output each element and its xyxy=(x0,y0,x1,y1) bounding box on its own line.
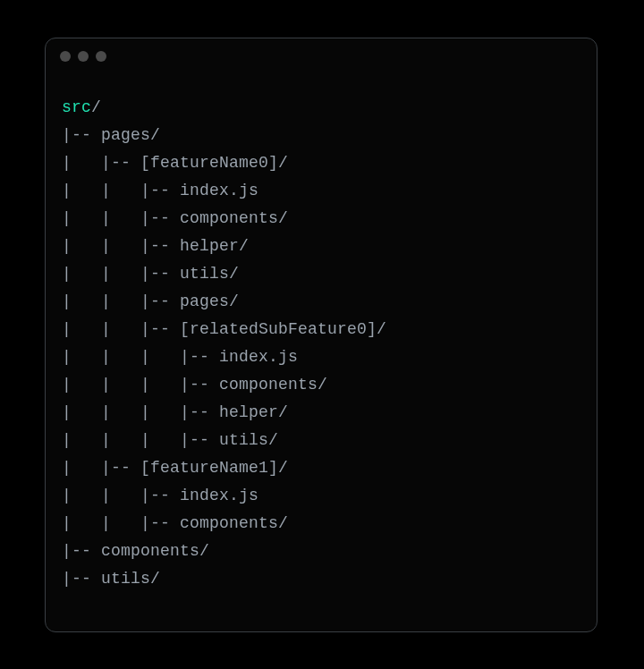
terminal-window: src/ |-- pages/ | |-- [featureName0]/ | … xyxy=(45,38,597,632)
traffic-light-close-icon[interactable] xyxy=(60,51,71,62)
traffic-light-zoom-icon[interactable] xyxy=(96,51,106,62)
traffic-light-minimize-icon[interactable] xyxy=(78,51,89,62)
root-slash: / xyxy=(91,98,101,116)
tree-lines: |-- pages/ | |-- [featureName0]/ | | |--… xyxy=(62,126,386,588)
titlebar xyxy=(46,38,597,74)
tree-root: src xyxy=(62,98,91,116)
file-tree: src/ |-- pages/ | |-- [featureName0]/ | … xyxy=(46,74,597,593)
